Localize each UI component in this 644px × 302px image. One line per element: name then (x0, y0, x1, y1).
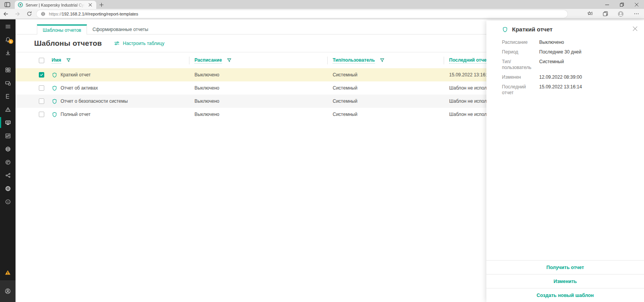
report-shield-icon (52, 85, 57, 91)
edit-button[interactable]: Изменить (486, 274, 644, 288)
type-cell: Системный (327, 112, 444, 117)
field-label: Тип/пользователь (502, 59, 539, 71)
refresh-button[interactable] (23, 9, 35, 19)
window-controls (600, 0, 644, 9)
schedule-cell: Выключено (189, 72, 327, 78)
filter-icon[interactable] (227, 58, 232, 63)
collections-icon[interactable] (597, 9, 613, 19)
type-cell: Системный (327, 72, 444, 78)
browser-toolbar: https://192.168.2.1/#/reporting/report-t… (0, 9, 644, 19)
report-shield-icon (52, 72, 57, 78)
traffic-icon[interactable] (0, 129, 16, 142)
template-name: Отчет об активах (61, 85, 98, 91)
tab-generated-reports[interactable]: Сформированные отчеты (87, 24, 154, 34)
url-text: https://192.168.2.1/#/reporting/report-t… (49, 12, 138, 16)
user-account-icon[interactable] (0, 280, 16, 302)
report-shield-icon (52, 112, 57, 117)
column-header-schedule[interactable]: Расписание (194, 57, 222, 64)
restore-button[interactable] (614, 0, 629, 9)
detail-panel: Краткий отчет Расписание Выключено Перио… (486, 21, 644, 302)
settings-gear-icon[interactable] (0, 182, 16, 195)
downloads-icon[interactable] (0, 46, 16, 59)
panel-close-icon[interactable] (632, 26, 638, 32)
field-value: Последние 30 дней (539, 49, 636, 55)
field-label: Расписание (502, 40, 539, 45)
connections-icon[interactable] (0, 169, 16, 182)
row-checkbox[interactable] (39, 112, 44, 117)
configure-table-button[interactable]: Настроить таблицу (114, 40, 164, 47)
template-name: Полный отчет (61, 112, 90, 117)
network-icon[interactable] (0, 142, 16, 155)
kaspersky-favicon (18, 2, 23, 7)
sliders-icon (114, 40, 120, 47)
favorites-icon[interactable] (582, 9, 597, 19)
audit-icon[interactable] (0, 155, 16, 169)
about-info-icon[interactable] (0, 195, 16, 208)
field-value: 15.09.2022 13:16:14 (539, 84, 636, 96)
app-sidebar: 1 (0, 19, 16, 302)
notifications-badge: 1 (9, 39, 13, 44)
browser-tab-title: Server | Kaspersky Industrial Cyb (26, 3, 85, 7)
field-label: Изменен (502, 74, 539, 80)
report-shield-icon (52, 98, 57, 104)
panel-actions: Получить отчет Изменить Создать новый ша… (486, 260, 644, 302)
type-cell: Системный (327, 85, 444, 91)
profile-avatar[interactable] (613, 9, 628, 19)
notifications-icon[interactable]: 1 (0, 33, 16, 46)
schedule-cell: Выключено (189, 98, 327, 104)
column-header-name[interactable]: Имя (52, 57, 61, 64)
minimize-button[interactable] (600, 0, 614, 9)
row-checkbox[interactable] (39, 85, 44, 91)
tab-actions-icon[interactable] (0, 0, 15, 9)
row-checkbox[interactable] (39, 98, 44, 104)
field-value: Выключено (539, 40, 636, 45)
template-name: Отчет о безопасности системы (61, 98, 128, 104)
field-label: Период (502, 49, 539, 55)
tab-close-icon[interactable] (87, 2, 93, 8)
site-globe-icon (40, 11, 46, 17)
reports-icon[interactable] (0, 116, 16, 129)
field-value: 12.09.2022 08:39:00 (539, 74, 636, 80)
type-cell: Системный (327, 98, 444, 104)
panel-title: Краткий отчет (512, 26, 552, 33)
create-new-template-button[interactable]: Создать новый шаблон (486, 288, 644, 302)
schedule-cell: Выключено (189, 112, 327, 117)
topology-icon[interactable] (0, 90, 16, 103)
panel-fields: Расписание Выключено Период Последние 30… (502, 40, 636, 96)
field-value: Системный (539, 59, 636, 71)
get-report-button[interactable]: Получить отчет (486, 260, 644, 274)
column-header-last-report[interactable]: Последний отчет (449, 57, 489, 64)
browser-tabstrip: Server | Kaspersky Industrial Cyb (0, 0, 644, 9)
kics-app: 1 (0, 19, 644, 302)
schedule-cell: Выключено (189, 85, 327, 91)
tab-report-templates[interactable]: Шаблоны отчетов (37, 24, 87, 35)
dashboard-icon[interactable] (0, 63, 16, 76)
license-warning-icon[interactable] (0, 265, 16, 280)
back-button[interactable] (0, 9, 12, 19)
template-name: Краткий отчет (61, 72, 91, 78)
page-title: Шаблоны отчетов (34, 39, 102, 48)
column-header-type-user[interactable]: Тип/пользователь (333, 57, 375, 64)
browser-window: Server | Kaspersky Industrial Cyb (0, 0, 644, 302)
forward-button[interactable] (12, 9, 23, 19)
filter-icon[interactable] (380, 58, 385, 63)
menu-icon[interactable] (0, 20, 16, 33)
address-bar[interactable]: https://192.168.2.1/#/reporting/report-t… (36, 10, 568, 18)
browser-menu-icon[interactable] (628, 9, 644, 19)
assets-icon[interactable] (0, 76, 16, 90)
select-all-checkbox[interactable] (39, 58, 44, 63)
risks-icon[interactable] (0, 103, 16, 116)
report-shield-icon (502, 26, 508, 33)
new-tab-button[interactable] (96, 1, 106, 9)
close-button[interactable] (629, 0, 644, 9)
filter-icon[interactable] (66, 58, 71, 63)
row-checkbox[interactable] (39, 72, 44, 78)
browser-tab[interactable]: Server | Kaspersky Industrial Cyb (15, 1, 96, 9)
field-label: Последний отчет (502, 84, 539, 96)
